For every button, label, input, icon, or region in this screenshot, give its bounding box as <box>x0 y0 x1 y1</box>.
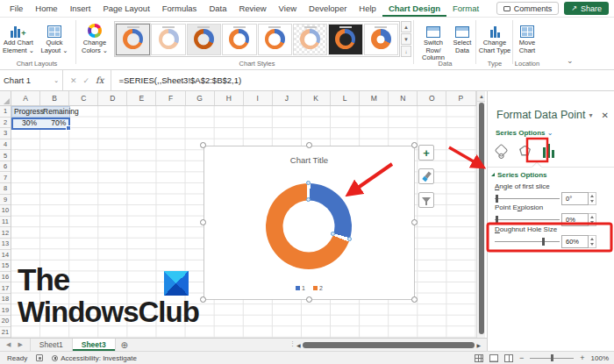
accessibility-status[interactable]: Accessibility: Investigate <box>61 354 137 362</box>
chart-elements-button[interactable]: + <box>418 145 434 161</box>
macro-record-icon[interactable] <box>36 354 43 361</box>
chart-resize-handle-e[interactable] <box>411 219 418 225</box>
column-header-P[interactable]: P <box>446 91 475 105</box>
ribbon-tab-help[interactable]: Help <box>353 0 382 17</box>
field-value-point-explosion[interactable]: 0% <box>561 213 589 226</box>
row-header-4[interactable]: 4 <box>0 139 11 151</box>
series-columns-icon[interactable] <box>541 142 556 159</box>
row-header-5[interactable]: 5 <box>0 150 11 161</box>
chart-styles-button[interactable] <box>418 168 434 184</box>
column-header-H[interactable]: H <box>215 91 244 105</box>
column-header-D[interactable]: D <box>98 91 127 105</box>
field-value-doughnut-hole-size[interactable]: 60% <box>561 235 589 248</box>
sheet-prev-icon[interactable]: ◀ <box>6 341 11 348</box>
chart-style-8[interactable] <box>364 24 398 55</box>
zoom-out-icon[interactable]: − <box>519 353 524 362</box>
legend-item-2[interactable]: 2 <box>313 285 323 291</box>
row-header-16[interactable]: 16 <box>0 272 11 283</box>
column-header-L[interactable]: L <box>331 91 360 105</box>
chart-legend[interactable]: 12 <box>204 285 414 291</box>
change-chart-type-button[interactable]: ChangeChart Type <box>477 20 512 54</box>
field-slider-point-explosion[interactable] <box>495 219 560 220</box>
name-box-dropdown-icon[interactable]: ⌄ <box>54 77 59 84</box>
page-layout-view-icon[interactable] <box>489 354 498 362</box>
fill-bucket-icon[interactable] <box>494 142 509 159</box>
scroll-up-icon[interactable]: ▲ <box>477 91 485 102</box>
gallery-more-button[interactable]: ↓ <box>401 46 411 57</box>
chart-style-7[interactable] <box>328 24 362 55</box>
row-header-13[interactable]: 13 <box>0 239 11 250</box>
ribbon-tab-page-layout[interactable]: Page Layout <box>96 0 155 17</box>
column-header-G[interactable]: G <box>186 91 215 105</box>
switch-row-column-button[interactable]: Switch Row/Column <box>416 20 451 62</box>
chart-resize-handle-sw[interactable] <box>200 296 206 303</box>
horizontal-scrollbar-thumb[interactable] <box>303 342 475 348</box>
chart-resize-handle-nw[interactable] <box>200 142 206 148</box>
cancel-formula-icon[interactable]: ✕ <box>70 76 77 85</box>
column-header-I[interactable]: I <box>244 91 273 105</box>
pane-close-icon[interactable]: ✕ <box>602 111 609 120</box>
chart-style-1[interactable] <box>116 24 150 55</box>
scroll-left-icon[interactable]: ◀ <box>296 342 301 349</box>
legend-item-1[interactable]: 1 <box>296 285 305 291</box>
change-colors-button[interactable]: Change Colors ⌄ <box>78 20 111 54</box>
chart-resize-handle-ne[interactable] <box>411 142 418 148</box>
column-header-M[interactable]: M <box>360 91 389 105</box>
row-header-20[interactable]: 20 <box>0 316 11 327</box>
chart-filters-button[interactable] <box>418 192 434 208</box>
sheet-tab-sheet3[interactable]: Sheet3 <box>73 339 116 351</box>
ribbon-tab-formulas[interactable]: Formulas <box>156 0 203 17</box>
column-header-J[interactable]: J <box>273 91 302 105</box>
row-header-10[interactable]: 10 <box>0 205 11 217</box>
column-header-B[interactable]: B <box>40 91 69 105</box>
column-header-F[interactable]: F <box>156 91 185 105</box>
vertical-scrollbar[interactable]: ▲ <box>476 91 485 338</box>
row-header-14[interactable]: 14 <box>0 250 11 261</box>
chart-style-4[interactable] <box>222 24 256 55</box>
series-options-section-header[interactable]: Series Options <box>491 171 546 179</box>
move-chart-button[interactable]: MoveChart <box>514 20 540 54</box>
ribbon-tab-developer[interactable]: Developer <box>303 0 353 17</box>
insert-function-icon[interactable]: fx <box>96 75 104 85</box>
chart-object[interactable]: Chart Title 12 <box>203 146 415 300</box>
sheet-next-icon[interactable]: ▶ <box>18 341 22 348</box>
column-header-K[interactable]: K <box>302 91 331 105</box>
doughnut-chart[interactable] <box>266 183 352 269</box>
row-header-11[interactable]: 11 <box>0 217 11 228</box>
field-slider-doughnut-hole-size[interactable] <box>495 241 560 242</box>
row-header-3[interactable]: 3 <box>0 128 11 139</box>
zoom-slider[interactable] <box>530 358 574 359</box>
share-button[interactable]: ↗ Share <box>564 2 609 15</box>
chart-resize-handle-se[interactable] <box>411 296 418 303</box>
name-box[interactable]: Chart 1 ⌄ <box>0 70 63 90</box>
row-header-1[interactable]: 1 <box>0 106 11 118</box>
chart-title[interactable]: Chart Title <box>204 155 414 165</box>
column-header-C[interactable]: C <box>69 91 98 105</box>
field-slider-thumb-angle-of-first-slice[interactable] <box>496 195 498 203</box>
new-sheet-button[interactable]: ⊕ <box>116 339 133 351</box>
comments-button[interactable]: Comments <box>496 2 560 15</box>
column-header-E[interactable]: E <box>127 91 156 105</box>
gallery-up-button[interactable]: ▲ <box>401 21 411 32</box>
ribbon-tab-view[interactable]: View <box>273 0 303 17</box>
ribbon-tab-insert[interactable]: Insert <box>64 0 97 17</box>
row-header-12[interactable]: 12 <box>0 227 11 239</box>
chart-style-2[interactable] <box>151 24 185 55</box>
zoom-in-icon[interactable]: + <box>580 353 584 362</box>
chart-style-6[interactable] <box>293 24 327 55</box>
row-header-15[interactable]: 15 <box>0 261 11 272</box>
field-spinner-point-explosion[interactable] <box>589 213 596 226</box>
select-all-corner[interactable] <box>0 91 11 106</box>
column-header-A[interactable]: A <box>11 91 40 105</box>
ribbon-tab-data[interactable]: Data <box>203 0 232 17</box>
column-header-O[interactable]: O <box>418 91 446 105</box>
quick-layout-button[interactable]: Quick Layout ⌄ <box>37 20 72 54</box>
row-header-6[interactable]: 6 <box>0 161 11 173</box>
row-header-8[interactable]: 8 <box>0 183 11 195</box>
effects-pentagon-icon[interactable] <box>518 142 532 159</box>
row-header-18[interactable]: 18 <box>0 294 11 305</box>
pane-options-icon[interactable]: ▾ <box>589 111 593 119</box>
chart-resize-handle-s[interactable] <box>306 296 312 303</box>
ribbon-tab-home[interactable]: Home <box>29 0 63 17</box>
chart-resize-handle-w[interactable] <box>200 219 206 225</box>
